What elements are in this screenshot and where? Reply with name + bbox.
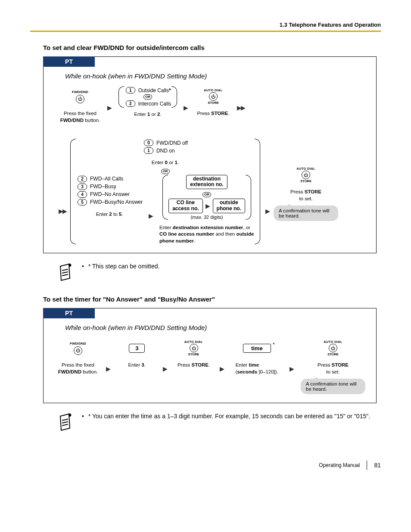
fwd-noanswer-label: FWD–No Answer (90, 191, 130, 197)
arrow-icon: ▶ (206, 202, 210, 209)
destination-group: destinationextension no. OR CO lineacces… (162, 175, 251, 220)
cap: Enter (128, 362, 142, 367)
key-2: 2 (78, 176, 87, 182)
double-arrow-icon: ▶▶ (56, 169, 68, 215)
note-2: • * You can enter the time as a 1–3 digi… (56, 412, 381, 435)
step-time: time * Enter time (seconds [0–120]). (231, 338, 283, 375)
store-label: STORE (188, 352, 199, 356)
auto-dial-label: AUTO DIAL (324, 340, 342, 344)
note-1: • * This step can be omitted. (56, 262, 381, 285)
fwd-busy-label: FWD–Busy (90, 184, 116, 190)
note-text: * This step can be omitted. (88, 263, 160, 270)
cap: [0–120]). (257, 369, 278, 374)
key-4: 4 (78, 191, 87, 198)
cap: FWD/DND (58, 369, 81, 374)
step-store-a: AUTO DIAL ⏻ STORE Press STORE. (174, 338, 213, 369)
or-pill: OR (161, 169, 170, 174)
arrow-icon: ▶ (104, 99, 115, 111)
section2-title: To set the timer for "No Answer" and "Bu… (43, 296, 381, 303)
store-label: STORE (327, 352, 339, 356)
fwd-dnd-label: FWD/DND (70, 342, 86, 345)
auto-dial-label: AUTO DIAL (296, 167, 315, 171)
key-3: 3 (129, 344, 145, 353)
section1-title: To set and clear FWD/DND for outside/int… (43, 44, 381, 51)
note-text: * You can enter the time as a 1–3 digit … (88, 413, 370, 420)
cap: . (194, 238, 195, 243)
store-button-icon: ⏻ (190, 344, 198, 352)
auto-dial-label: AUTO DIAL (184, 340, 203, 344)
fwd-all-label: FWD–All Calls (90, 176, 123, 182)
step-store-1: AUTO DIAL ⏻ STORE Press STORE. (192, 86, 235, 117)
mode-note: While on-hook (when in FWD/DND Setting M… (65, 72, 376, 80)
arrow-icon: ▶ (216, 360, 228, 372)
step-call-type: 1Outside Calls* OR 2Intercom Calls Enter… (115, 86, 180, 118)
cap: seconds (237, 369, 258, 374)
cap: destination extension number (173, 225, 243, 230)
dest-ext-box: destinationextension no. (186, 175, 227, 190)
intercom-calls-label: Intercom Calls (138, 101, 171, 107)
arrow-icon: ▶ (103, 360, 114, 372)
cap: time (249, 362, 259, 367)
store-label: STORE (300, 179, 311, 183)
cap: STORE (211, 111, 228, 116)
cap: to set. (299, 196, 312, 201)
mode-select-group: 0FWD/DND off 1DND on Enter 0 or 1. OR 2F… (70, 139, 260, 244)
note-icon (56, 412, 73, 435)
cap: . (160, 112, 161, 117)
footer-divider (367, 460, 367, 470)
cap: STORE (332, 362, 349, 367)
cap: Enter (159, 225, 173, 230)
key-2: 2 (126, 100, 135, 107)
cap: Press the fixed (64, 111, 97, 116)
confirmation-tooltip: A confirmation tone will be heard. (274, 205, 338, 221)
section-header: 1.3 Telephone Features and Operation (30, 22, 381, 28)
flow-row-2: ▶▶ 0FWD/DND off 1DND on Enter 0 or 1. OR (44, 137, 376, 246)
star: * (273, 342, 275, 348)
page-footer: Operating Manual 81 (30, 460, 381, 470)
cap: and then (214, 231, 236, 236)
page-number: 81 (374, 462, 381, 469)
key-0: 0 (144, 140, 153, 146)
cap: Press (290, 189, 305, 194)
step-store-b: AUTO DIAL ⏻ STORE Press STORE to set. A … (301, 338, 365, 394)
arrow-icon: ▶ (180, 99, 192, 111)
confirmation-tooltip: A confirmation tone will be heard. (301, 379, 365, 394)
cap: . (177, 160, 179, 165)
header-rule (30, 31, 381, 32)
mode-note: While on-hook (when in FWD/DND Setting M… (65, 324, 376, 331)
step-enter-3: 3 Enter 3. (118, 338, 156, 369)
cap: Press (318, 362, 332, 367)
cap: button. (81, 369, 98, 374)
pt-tab: PT (43, 308, 95, 318)
max-digits: (max. 32 digits) (190, 215, 223, 220)
cap: to set. (326, 369, 339, 374)
key-1: 1 (144, 147, 153, 154)
flow-row-1: FWD/DND ⏻ Press the fixed FWD/DND button… (44, 84, 376, 126)
fwd-dnd-button-icon: ⏻ (76, 95, 84, 103)
cap: . (228, 111, 229, 116)
step-fwd-dnd: FWD/DND ⏻ Press the fixed FWD/DND button… (56, 86, 104, 124)
fwd-dnd-label: FWD/DND (72, 90, 88, 94)
note-icon (56, 262, 73, 285)
cap: Enter (134, 112, 147, 117)
arrow-icon: ▶ (262, 169, 274, 215)
cap: CO line access number (159, 231, 214, 236)
co-line-box: CO lineaccess no. (168, 199, 202, 213)
cap: . (209, 362, 210, 367)
cap: STORE (305, 189, 321, 194)
diagram-2: PT While on-hook (when in FWD/DND Settin… (43, 308, 377, 403)
cap: STORE (191, 362, 208, 367)
arrow-icon: ▶ (159, 360, 171, 372)
cap: Press (197, 111, 211, 116)
cap: . (121, 212, 123, 217)
cap: FWD/DND (60, 118, 84, 123)
cap: Press the fixed (62, 362, 94, 367)
cap: , or (243, 225, 250, 230)
cap: button. (84, 118, 100, 123)
double-arrow-icon: ▶▶ (235, 99, 247, 111)
key-5: 5 (78, 199, 87, 205)
bullet-icon: • (82, 263, 84, 270)
store-button-icon: ⏻ (209, 92, 218, 101)
outside-phone-box: outsidephone no. (213, 199, 245, 213)
star: * (169, 87, 171, 93)
